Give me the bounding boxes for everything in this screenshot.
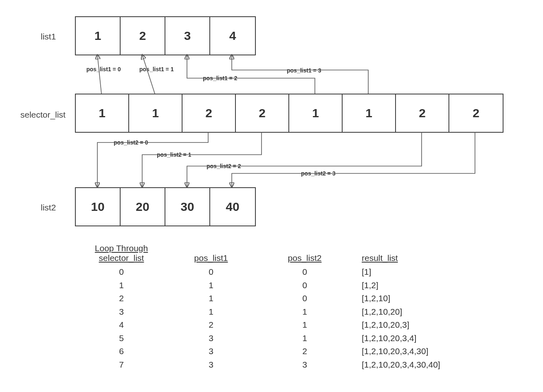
selector-cell: 1	[289, 94, 343, 132]
trace-header-loop: Loop Through selector_list	[77, 243, 166, 263]
arrow-label-pos-list2-0: pos_list2 = 0	[112, 139, 149, 146]
trace-row: 0 0 0 [1]	[77, 265, 500, 279]
selector-cell: 1	[129, 94, 182, 132]
trace-cell: 0	[256, 265, 354, 279]
trace-cell: 1	[77, 279, 166, 292]
trace-cell: 5	[77, 332, 166, 345]
trace-cell: [1,2,10,20,3,4,30]	[354, 345, 500, 358]
list1-cell: 2	[121, 17, 165, 55]
trace-header-result: result_list	[354, 253, 500, 263]
list1-cell: 4	[210, 17, 255, 55]
list2-array: 10 20 30 40	[75, 187, 256, 226]
arrow-label-pos-list1-3: pos_list1 = 3	[285, 67, 323, 74]
trace-row: 3 1 1 [1,2,10,20]	[77, 305, 500, 319]
trace-cell: 0	[77, 265, 166, 279]
selector-cell: 2	[396, 94, 449, 132]
svg-line-0	[97, 55, 101, 94]
label-selector-list: selector_list	[20, 110, 66, 120]
trace-cell: 2	[256, 345, 354, 358]
trace-cell: 7	[77, 358, 166, 372]
trace-row: 5 3 1 [1,2,10,20,3,4]	[77, 332, 500, 345]
trace-cell: 1	[166, 292, 256, 305]
trace-cell: 3	[166, 345, 256, 358]
trace-row: 4 2 1 [1,2,10,20,3]	[77, 318, 500, 332]
diagram-stage: list1 selector_list list2 1 2 3 4 1 1 2 …	[0, 0, 543, 392]
list2-cell: 30	[165, 188, 210, 226]
trace-header: Loop Through selector_list pos_list1 pos…	[77, 243, 500, 263]
list1-cell: 1	[76, 17, 121, 55]
trace-cell: [1,2,10]	[354, 292, 500, 305]
trace-cell: 1	[256, 332, 354, 345]
trace-cell: [1,2,10,20,3,4,30,40]	[354, 358, 500, 372]
trace-cell: 4	[77, 318, 166, 332]
arrow-label-pos-list1-1: pos_list1 = 1	[138, 66, 175, 72]
list2-cell: 40	[210, 188, 255, 226]
list2-cell: 20	[121, 188, 165, 226]
selector-cell: 2	[449, 94, 503, 132]
trace-cell: 1	[256, 305, 354, 319]
trace-cell: 1	[166, 305, 256, 319]
arrow-label-pos-list2-2: pos_list2 = 2	[205, 163, 242, 169]
trace-cell: [1]	[354, 265, 500, 279]
trace-row: 7 3 3 [1,2,10,20,3,4,30,40]	[77, 358, 500, 372]
trace-table: Loop Through selector_list pos_list1 pos…	[77, 243, 500, 371]
trace-cell: 0	[256, 292, 354, 305]
trace-cell: 0	[166, 265, 256, 279]
trace-row: 1 1 0 [1,2]	[77, 279, 500, 292]
list2-cell: 10	[76, 188, 121, 226]
trace-cell: 6	[77, 345, 166, 358]
trace-row: 6 3 2 [1,2,10,20,3,4,30]	[77, 345, 500, 358]
trace-cell: [1,2]	[354, 279, 500, 292]
arrow-label-pos-list1-2: pos_list1 = 2	[201, 75, 239, 81]
list1-array: 1 2 3 4	[75, 16, 256, 55]
arrow-label-pos-list2-3: pos_list2 = 3	[299, 170, 337, 177]
trace-cell: 0	[256, 279, 354, 292]
trace-row: 2 1 0 [1,2,10]	[77, 292, 500, 305]
trace-cell: 3	[166, 358, 256, 372]
trace-header-pos-list1: pos_list1	[166, 253, 256, 263]
selector-cell: 1	[343, 94, 396, 132]
trace-header-pos-list2: pos_list2	[256, 253, 354, 263]
arrow-label-pos-list2-1: pos_list2 = 1	[155, 151, 193, 158]
trace-cell: 3	[77, 305, 166, 319]
trace-cell: 1	[166, 279, 256, 292]
selector-cell: 2	[236, 94, 289, 132]
label-list2: list2	[41, 203, 56, 212]
arrow-label-pos-list1-0: pos_list1 = 0	[85, 66, 122, 72]
selector-list-array: 1 1 2 2 1 1 2 2	[75, 94, 503, 133]
trace-cell: 1	[256, 318, 354, 332]
svg-line-1	[142, 55, 155, 94]
trace-cell: [1,2,10,20]	[354, 305, 500, 319]
selector-cell: 2	[182, 94, 236, 132]
trace-cell: [1,2,10,20,3]	[354, 318, 500, 332]
trace-cell: 2	[166, 318, 256, 332]
trace-cell: 2	[77, 292, 166, 305]
selector-cell: 1	[76, 94, 129, 132]
trace-cell: 3	[256, 358, 354, 372]
trace-cell: [1,2,10,20,3,4]	[354, 332, 500, 345]
trace-cell: 3	[166, 332, 256, 345]
list1-cell: 3	[165, 17, 210, 55]
label-list1: list1	[41, 32, 56, 42]
